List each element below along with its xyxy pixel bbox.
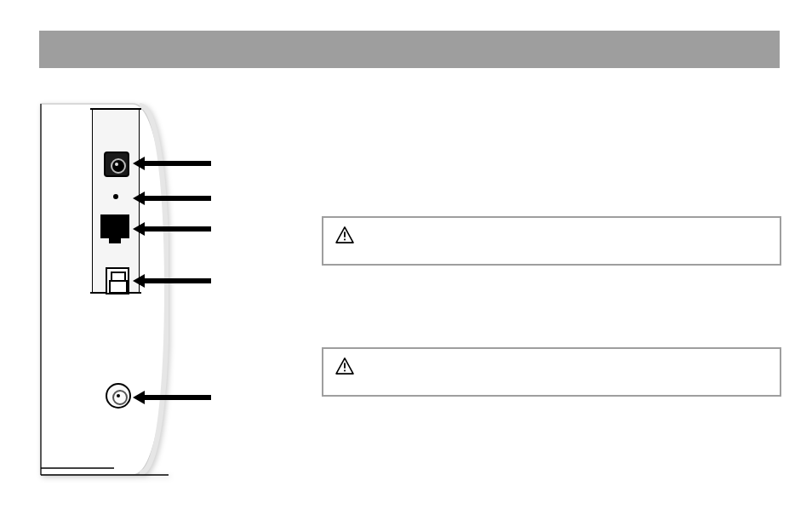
warning-triangle-icon xyxy=(335,226,354,243)
section-header-bar xyxy=(39,31,780,68)
device-side-view xyxy=(39,102,169,477)
coax-connector-icon xyxy=(106,383,131,409)
note-box-1 xyxy=(322,216,781,266)
note-box-2 xyxy=(322,347,781,397)
callout-arrow-ether xyxy=(143,226,211,232)
svg-rect-4 xyxy=(344,239,346,241)
reset-pinhole-icon xyxy=(113,194,118,199)
dc-power-jack-icon xyxy=(104,152,129,177)
svg-rect-6 xyxy=(344,370,346,372)
callout-arrow-coax xyxy=(143,395,211,400)
page xyxy=(0,0,812,526)
svg-rect-3 xyxy=(344,232,346,237)
callout-arrow-reset xyxy=(143,196,211,201)
svg-rect-5 xyxy=(344,363,346,368)
callout-arrow-usb xyxy=(143,278,211,283)
ethernet-port-icon xyxy=(100,214,129,238)
warning-triangle-icon xyxy=(335,357,354,374)
usb-type-b-port-icon xyxy=(106,267,129,294)
callout-arrow-dc xyxy=(143,161,211,166)
